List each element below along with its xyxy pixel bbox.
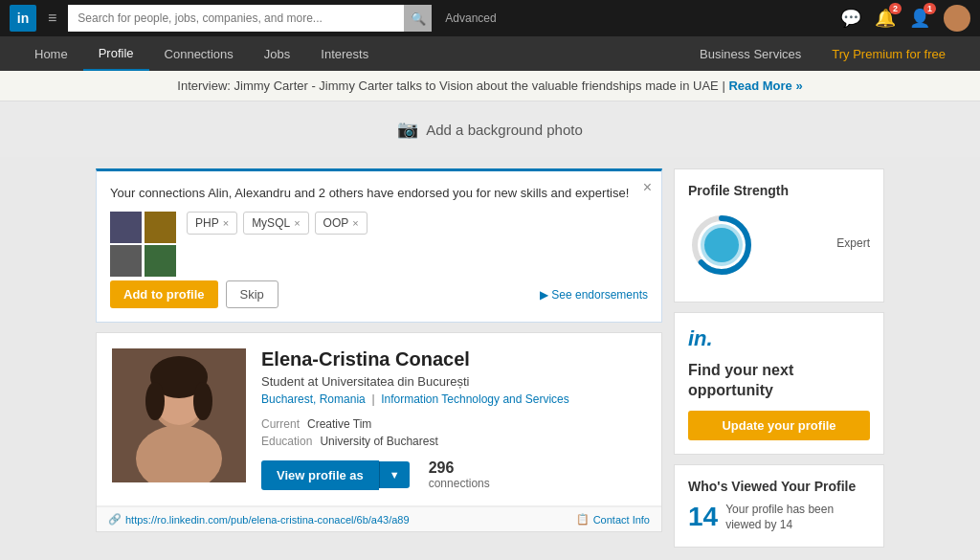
- profile-url[interactable]: 🔗 https://ro.linkedin.com/pub/elena-cris…: [108, 513, 410, 526]
- who-viewed-title: Who's Viewed Your Profile: [688, 479, 870, 494]
- view-profile-dropdown[interactable]: ▼: [379, 461, 410, 488]
- nav-business[interactable]: Business Services: [684, 36, 816, 71]
- industry-link[interactable]: Information Technology and Services: [381, 392, 569, 406]
- skip-button[interactable]: Skip: [226, 280, 278, 308]
- user-avatar[interactable]: [944, 5, 970, 32]
- education-label: Education: [261, 435, 312, 448]
- education-row: Education University of Bucharest: [261, 435, 646, 448]
- nav-interests[interactable]: Interests: [305, 36, 384, 71]
- skill-oop-label: OOP: [323, 216, 349, 230]
- profile-url-text: https://ro.linkedin.com/pub/elena-cristi…: [125, 514, 410, 526]
- endorser-avatar-1: [110, 212, 142, 243]
- camera-icon: 📷: [397, 119, 418, 140]
- svg-point-5: [145, 382, 165, 420]
- skill-tags: PHP × MySQL × OOP ×: [187, 212, 648, 235]
- add-background-area[interactable]: 📷 Add a background photo: [0, 101, 980, 157]
- endorser-avatar-2: [145, 212, 176, 243]
- linkedin-logo[interactable]: in: [10, 5, 36, 32]
- who-viewed-card: Who's Viewed Your Profile 14 Your profil…: [674, 464, 884, 549]
- current-row: Current Creative Tim: [261, 417, 646, 431]
- viewed-row: 14 Your profile has been viewed by 14: [688, 502, 870, 534]
- left-column: × Your connections Alin, Alexandru and 2…: [96, 168, 662, 548]
- connections-count: 296 connections: [429, 459, 490, 490]
- profile-location: Bucharest, Romania | Information Technol…: [261, 392, 646, 406]
- add-background-label: Add a background photo: [426, 122, 582, 138]
- linkedin-brand-logo: in.: [688, 326, 870, 351]
- alerts-icon-wrapper[interactable]: 🔔 2: [875, 8, 896, 29]
- search-bar: 🔍: [68, 5, 432, 32]
- skill-mysql-label: MySQL: [252, 216, 290, 230]
- profile-footer: 🔗 https://ro.linkedin.com/pub/elena-cris…: [97, 506, 661, 531]
- endorsement-buttons: Add to profile Skip: [110, 280, 278, 308]
- find-opportunity-title: Find your next opportunity: [688, 361, 870, 401]
- notifications-icon-wrapper[interactable]: 👤 1: [909, 8, 930, 29]
- connections-label: connections: [429, 477, 490, 490]
- top-right-icons: 💬 🔔 2 👤 1: [840, 5, 970, 32]
- education-value: University of Bucharest: [320, 435, 437, 448]
- svg-point-10: [704, 228, 739, 262]
- messages-icon-wrapper[interactable]: 💬: [840, 8, 861, 29]
- profile-actions: View profile as ▼ 296 connections: [261, 459, 646, 490]
- nav-right: Business Services Try Premium for free: [684, 36, 961, 71]
- viewed-count: 14: [688, 502, 718, 532]
- connections-number: 296: [429, 459, 455, 476]
- see-endorsements-link[interactable]: ▶ See endorsements: [540, 288, 648, 302]
- remove-php-button[interactable]: ×: [223, 217, 229, 229]
- advanced-link[interactable]: Advanced: [445, 11, 496, 25]
- right-column: Profile Strength Expert in. Find your ne…: [674, 168, 884, 548]
- current-label: Current: [261, 417, 300, 431]
- endorsement-message: Your connections Alin, Alexandru and 2 o…: [110, 185, 648, 202]
- profile-title: Student at Universitatea din București: [261, 374, 646, 389]
- location-text: Bucharest, Romania: [261, 392, 366, 406]
- search-input[interactable]: [68, 5, 404, 32]
- nav-profile[interactable]: Profile: [83, 36, 149, 71]
- profile-name: Elena-Cristina Conacel: [261, 348, 646, 370]
- profile-card: Elena-Cristina Conacel Student at Univer…: [96, 332, 662, 532]
- endorsement-body: PHP × MySQL × OOP ×: [110, 212, 648, 277]
- hamburger-icon[interactable]: ≡: [44, 10, 60, 27]
- main-content: × Your connections Alin, Alexandru and 2…: [0, 157, 980, 559]
- remove-mysql-button[interactable]: ×: [294, 217, 300, 229]
- nav-premium[interactable]: Try Premium for free: [816, 36, 961, 71]
- add-to-profile-button[interactable]: Add to profile: [110, 280, 218, 308]
- link-icon: 🔗: [108, 513, 122, 526]
- nav-connections[interactable]: Connections: [149, 36, 249, 71]
- view-profile-button[interactable]: View profile as: [261, 460, 379, 490]
- profile-photo-inner: [112, 348, 246, 482]
- remove-oop-button[interactable]: ×: [352, 217, 358, 229]
- search-button[interactable]: 🔍: [404, 5, 432, 32]
- current-value: Creative Tim: [307, 417, 371, 431]
- profile-photo: [112, 348, 246, 482]
- gauge-area: Expert: [688, 212, 870, 279]
- messages-icon: 💬: [840, 9, 861, 28]
- contact-icon: 📋: [576, 513, 590, 526]
- strength-title: Profile Strength: [688, 183, 870, 198]
- strength-level: Expert: [836, 236, 870, 250]
- top-bar: in ≡ 🔍 Advanced 💬 🔔 2 👤 1: [0, 0, 980, 36]
- strength-gauge: [688, 212, 755, 279]
- endorser-avatar-4: [145, 245, 176, 277]
- viewed-text: Your profile has been viewed by 14: [725, 502, 870, 534]
- nav-home[interactable]: Home: [19, 36, 83, 71]
- contact-info-link[interactable]: 📋 Contact Info: [576, 513, 650, 526]
- find-opportunity-card: in. Find your next opportunity Update yo…: [674, 312, 884, 455]
- close-endorsement-button[interactable]: ×: [643, 179, 652, 196]
- skill-php: PHP ×: [187, 212, 237, 235]
- secondary-nav: Home Profile Connections Jobs Interests …: [0, 36, 980, 71]
- banner-text: Interview: Jimmy Carter - Jimmy Carter t…: [177, 78, 724, 93]
- nav-jobs[interactable]: Jobs: [249, 36, 305, 71]
- update-profile-button[interactable]: Update your profile: [688, 411, 870, 440]
- skill-oop: OOP ×: [315, 212, 368, 235]
- endorsement-actions: Add to profile Skip ▶ See endorsements: [110, 277, 648, 308]
- notifications-badge: 1: [924, 3, 936, 14]
- endorser-avatar-3: [110, 245, 142, 277]
- endorsement-card: × Your connections Alin, Alexandru and 2…: [96, 168, 662, 323]
- svg-point-6: [193, 382, 212, 420]
- profile-meta: Current Creative Tim Education Universit…: [261, 417, 646, 448]
- profile-photo-svg: [112, 348, 246, 482]
- news-banner: Interview: Jimmy Carter - Jimmy Carter t…: [0, 71, 980, 101]
- alerts-badge: 2: [889, 3, 902, 14]
- banner-read-more[interactable]: Read More »: [728, 78, 802, 93]
- profile-strength-card: Profile Strength Expert: [674, 168, 884, 302]
- profile-top: Elena-Cristina Conacel Student at Univer…: [97, 333, 661, 506]
